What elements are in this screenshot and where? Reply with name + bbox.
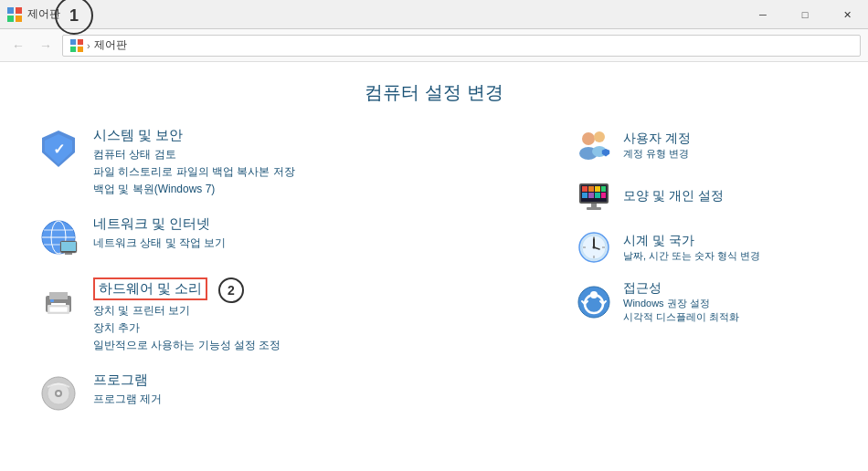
user-accounts-title[interactable]: 사용자 계정	[623, 131, 691, 147]
svg-rect-18	[65, 253, 72, 255]
user-accounts-content: 사용자 계정 계정 유형 변경	[623, 131, 691, 161]
svg-rect-38	[595, 186, 600, 192]
svg-rect-40	[582, 193, 587, 198]
page-title: 컴퓨터 설정 변경	[37, 80, 831, 105]
svg-rect-44	[591, 204, 597, 207]
programs-content: 프로그램 프로그램 제거	[93, 372, 162, 407]
right-accessibility: 접근성 Windows 권장 설정 시각적 디스플레이 최적화	[576, 280, 831, 324]
svg-rect-0	[7, 7, 14, 14]
category-hardware: 하드웨어 및 소리 2 장치 및 프린터 보기 장치 추가 일반적으로 사용하는…	[37, 277, 539, 353]
appearance-icon	[576, 178, 612, 215]
system-link-1[interactable]: 파일 히스토리로 파일의 백업 복사본 저장	[93, 164, 295, 180]
svg-text:✓: ✓	[53, 141, 65, 157]
hardware-link-0[interactable]: 장치 및 프린터 보기	[93, 303, 281, 319]
system-title[interactable]: 시스템 및 보안	[93, 127, 183, 144]
datetime-title[interactable]: 시계 및 국가	[623, 233, 694, 249]
svg-rect-7	[78, 46, 83, 51]
svg-rect-1	[16, 7, 22, 14]
address-cp-icon	[70, 39, 83, 52]
svg-rect-43	[601, 193, 606, 198]
right-user-accounts: 사용자 계정 계정 유형 변경	[576, 127, 831, 163]
path-separator: ›	[87, 40, 90, 51]
accessibility-title[interactable]: 접근성	[623, 280, 662, 297]
system-link-2[interactable]: 백업 및 복원(Windows 7)	[93, 182, 295, 197]
back-button[interactable]: ←	[7, 35, 29, 57]
system-icon: ✓	[37, 127, 80, 171]
category-system: ✓ 시스템 및 보안 컴퓨터 상태 검토 파일 히스토리로 파일의 백업 복사본…	[37, 127, 539, 197]
network-content: 네트워크 및 인터넷 네트워크 상태 및 작업 보기	[93, 215, 226, 251]
path-root: 제어판	[94, 37, 127, 53]
svg-rect-24	[51, 303, 66, 305]
svg-rect-42	[595, 193, 600, 198]
content-columns: ✓ 시스템 및 보안 컴퓨터 상태 검토 파일 히스토리로 파일의 백업 복사본…	[37, 127, 831, 434]
network-title[interactable]: 네트워크 및 인터넷	[93, 215, 210, 233]
accessibility-link-1[interactable]: 시각적 디스플레이 최적화	[623, 310, 739, 324]
hardware-title[interactable]: 하드웨어 및 소리	[93, 277, 207, 300]
address-path: › 제어판	[62, 35, 861, 57]
appearance-content: 모양 및 개인 설정	[623, 188, 724, 204]
address-bar: ← → › 제어판	[0, 29, 868, 62]
programs-title[interactable]: 프로그램	[93, 372, 148, 389]
svg-rect-6	[70, 46, 76, 51]
minimize-button[interactable]: ─	[742, 0, 784, 29]
programs-icon	[37, 372, 80, 415]
category-programs: 프로그램 프로그램 제거	[37, 372, 539, 415]
svg-rect-23	[49, 307, 68, 312]
network-icon	[37, 215, 80, 259]
svg-rect-37	[588, 186, 594, 192]
maximize-button[interactable]: □	[784, 0, 826, 29]
accessibility-content: 접근성 Windows 권장 설정 시각적 디스플레이 최적화	[623, 280, 739, 324]
svg-rect-41	[588, 193, 594, 198]
right-datetime: 시계 및 국가 날짜, 시간 또는 숫자 형식 변경	[576, 229, 831, 266]
annotation-1-label: 1	[69, 6, 79, 26]
system-content: 시스템 및 보안 컴퓨터 상태 검토 파일 히스토리로 파일의 백업 복사본 저…	[93, 127, 295, 197]
right-appearance: 모양 및 개인 설정	[576, 178, 831, 215]
programs-links: 프로그램 제거	[93, 392, 162, 407]
datetime-link-0[interactable]: 날짜, 시간 또는 숫자 형식 변경	[623, 249, 760, 263]
user-accounts-link-0[interactable]: 계정 유형 변경	[623, 147, 691, 161]
programs-link-0[interactable]: 프로그램 제거	[93, 392, 162, 407]
svg-rect-4	[70, 39, 76, 45]
hardware-icon	[37, 277, 80, 321]
svg-rect-17	[61, 242, 76, 251]
control-panel-titlebar-icon	[7, 7, 22, 22]
category-network: 네트워크 및 인터넷 네트워크 상태 및 작업 보기	[37, 215, 539, 259]
svg-rect-20	[49, 292, 68, 299]
svg-rect-22	[50, 299, 54, 302]
network-links: 네트워크 상태 및 작업 보기	[93, 236, 226, 251]
svg-rect-39	[601, 186, 606, 192]
accessibility-icon	[576, 284, 612, 320]
system-link-0[interactable]: 컴퓨터 상태 검토	[93, 147, 295, 162]
system-links: 컴퓨터 상태 검토 파일 히스토리로 파일의 백업 복사본 저장 백업 및 복원…	[93, 147, 295, 197]
svg-rect-36	[582, 186, 587, 192]
svg-point-28	[57, 392, 60, 395]
svg-rect-3	[16, 16, 22, 22]
hardware-link-1[interactable]: 장치 추가	[93, 320, 281, 336]
hardware-links: 장치 및 프린터 보기 장치 추가 일반적으로 사용하는 기능성 설정 조정	[93, 303, 281, 353]
datetime-content: 시계 및 국가 날짜, 시간 또는 숫자 형식 변경	[623, 233, 760, 263]
user-accounts-icon	[576, 127, 612, 163]
forward-button[interactable]: →	[35, 35, 57, 57]
datetime-icon	[576, 229, 612, 266]
hardware-link-2[interactable]: 일반적으로 사용하는 기능성 설정 조정	[93, 338, 281, 353]
annotation-2: 2	[218, 277, 244, 303]
svg-point-31	[594, 131, 605, 142]
hardware-content: 하드웨어 및 소리 2 장치 및 프린터 보기 장치 추가 일반적으로 사용하는…	[93, 277, 281, 353]
svg-point-29	[582, 132, 595, 145]
close-button[interactable]: ✕	[826, 0, 868, 29]
accessibility-link-0[interactable]: Windows 권장 설정	[623, 297, 739, 310]
svg-rect-5	[78, 39, 83, 45]
appearance-title[interactable]: 모양 및 개인 설정	[623, 188, 724, 204]
left-column: ✓ 시스템 및 보안 컴퓨터 상태 검토 파일 히스토리로 파일의 백업 복사본…	[37, 127, 539, 434]
svg-rect-45	[587, 207, 601, 210]
main-content: 컴퓨터 설정 변경 ✓ 시스템 및 보안 컴퓨터	[0, 62, 868, 471]
svg-point-50	[593, 246, 596, 249]
window-controls: ─ □ ✕	[742, 0, 868, 29]
network-link-0[interactable]: 네트워크 상태 및 작업 보기	[93, 236, 226, 251]
right-column: 사용자 계정 계정 유형 변경	[576, 127, 831, 434]
svg-rect-2	[7, 16, 14, 22]
title-bar: 1 제어판 ─ □ ✕	[0, 0, 868, 29]
